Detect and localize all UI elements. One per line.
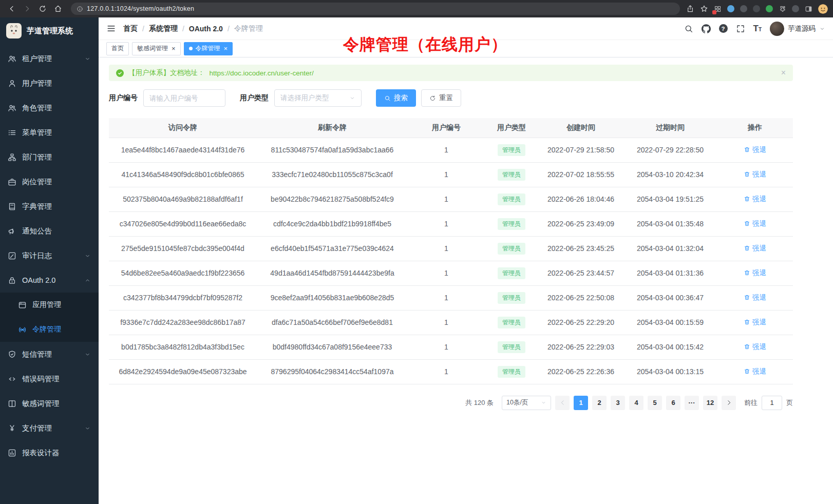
sidebar-item[interactable]: 错误码管理: [0, 366, 99, 391]
browser-refresh-button[interactable]: [36, 2, 49, 15]
browser-forward-button[interactable]: [21, 2, 34, 15]
sidebar-item[interactable]: 菜单管理: [0, 120, 99, 145]
user-type-badge: 管理员: [498, 292, 525, 304]
breadcrumb-item[interactable]: 首页: [123, 24, 138, 33]
sidebar-item[interactable]: 通知公告: [0, 219, 99, 243]
shield-icon: [8, 350, 16, 359]
page-size-select[interactable]: 10条/页: [502, 396, 551, 410]
force-logout-button[interactable]: 强退: [744, 268, 766, 278]
force-logout-button[interactable]: 强退: [744, 195, 766, 204]
url-bar[interactable]: 127.0.0.1:1024/system/oauth2/token: [71, 3, 680, 15]
force-logout-button[interactable]: 强退: [744, 293, 766, 302]
search-button[interactable]: [684, 24, 693, 33]
sidebar-item[interactable]: 字典管理: [0, 194, 99, 219]
sidebar-item[interactable]: 岗位管理: [0, 169, 99, 194]
sidebar-item[interactable]: 短信管理: [0, 342, 99, 366]
sidebar-item[interactable]: 报表设计器: [0, 440, 99, 465]
bookmark-star-icon[interactable]: [700, 5, 708, 13]
browser-profile-avatar[interactable]: [818, 4, 828, 14]
font-size-button[interactable]: TT: [753, 24, 762, 33]
sidebar-item-label: 菜单管理: [22, 128, 52, 138]
user-menu[interactable]: 芋道源码: [770, 22, 825, 36]
tab-label: 敏感词管理: [137, 44, 168, 53]
sidebar-item[interactable]: 审计日志: [0, 243, 99, 268]
split-view-button[interactable]: [805, 5, 812, 13]
cell-access-token: 54d6be82ee5a460a9aedc1f9bf223656: [109, 261, 257, 285]
trash-icon: [744, 368, 750, 375]
github-button[interactable]: [702, 24, 711, 33]
browser-home-button[interactable]: [51, 2, 65, 15]
extensions-puzzle-button[interactable]: [779, 5, 786, 13]
pagination-page-button[interactable]: 12: [703, 396, 717, 410]
pagination-page-button[interactable]: 4: [629, 396, 643, 410]
cell-expire-time: 2054-03-04 01:32:04: [623, 236, 717, 261]
user-type-select[interactable]: 请选择用户类型: [274, 89, 362, 107]
pagination-page-button[interactable]: 1: [574, 396, 588, 410]
page-tab[interactable]: 敏感词管理×: [132, 42, 181, 55]
breadcrumb-item[interactable]: OAuth 2.0: [189, 25, 223, 33]
force-logout-button[interactable]: 强退: [744, 170, 766, 179]
extension-grid-button[interactable]: [714, 5, 722, 13]
search-submit-button[interactable]: 搜索: [376, 89, 416, 107]
goto-page-input[interactable]: [762, 396, 782, 410]
pagination-page-button[interactable]: 6: [666, 396, 680, 410]
pagination-more-button[interactable]: ···: [685, 396, 699, 410]
cell-actions: 强退: [717, 138, 793, 162]
trash-icon: [744, 196, 750, 202]
cell-access-token: 275e5de9151045fe87cbdc395e004f4d: [109, 236, 257, 261]
user-type-label: 用户类型: [240, 93, 269, 103]
force-logout-button[interactable]: 强退: [744, 367, 766, 376]
prev-page-button[interactable]: [555, 396, 570, 410]
alert-doc-link[interactable]: https://doc.iocoder.cn/user-center/: [210, 69, 314, 77]
extension-paw-icon[interactable]: [792, 5, 799, 12]
trash-icon: [744, 245, 750, 251]
sidebar-item[interactable]: 支付管理: [0, 416, 99, 440]
sidebar-subitem[interactable]: 应用管理: [0, 293, 99, 317]
pagination-page-button[interactable]: 5: [648, 396, 662, 410]
page-tab[interactable]: 令牌管理×: [184, 42, 233, 55]
reset-button[interactable]: 重置: [421, 89, 461, 107]
next-page-button[interactable]: [722, 396, 736, 410]
help-button[interactable]: ?: [719, 24, 728, 33]
extension-blue-icon[interactable]: [727, 5, 734, 12]
sidebar-item[interactable]: 角色管理: [0, 95, 99, 120]
cell-created-time: 2022-06-25 23:45:25: [538, 236, 623, 261]
pagination-page-button[interactable]: 3: [611, 396, 625, 410]
sidebar-item-label: 短信管理: [22, 350, 52, 359]
user-id-input[interactable]: [143, 89, 225, 107]
browser-back-button[interactable]: [5, 2, 18, 15]
collapse-sidebar-icon[interactable]: [106, 24, 116, 33]
share-icon[interactable]: [686, 5, 694, 13]
cell-user-id: 1: [408, 211, 485, 236]
pagination-page-button[interactable]: 2: [592, 396, 607, 410]
close-icon[interactable]: ×: [781, 69, 786, 77]
force-logout-button[interactable]: 强退: [744, 145, 766, 154]
extension-green-icon[interactable]: [766, 5, 773, 12]
sidebar-item-label: 角色管理: [22, 103, 52, 113]
table-row: 1ea5e44f8bc1467aaede43144f31de76811c5304…: [109, 138, 793, 162]
app-logo[interactable]: 芋道管理系统: [0, 17, 99, 44]
cell-actions: 强退: [717, 261, 793, 285]
sidebar-item[interactable]: 用户管理: [0, 71, 99, 95]
page-tab[interactable]: 首页: [106, 42, 129, 55]
close-icon[interactable]: ×: [224, 45, 228, 52]
fullscreen-button[interactable]: [736, 24, 745, 33]
breadcrumb-item[interactable]: 系统管理: [149, 24, 178, 33]
sidebar-item[interactable]: OAuth 2.0: [0, 268, 99, 293]
force-logout-button[interactable]: 强退: [744, 318, 766, 327]
cell-created-time: 2022-06-25 22:29:03: [538, 335, 623, 359]
extension-dark-icon[interactable]: [740, 5, 747, 12]
force-logout-button[interactable]: 强退: [744, 244, 766, 253]
close-icon[interactable]: ×: [172, 45, 176, 52]
sidebar-item-label: 部门管理: [22, 152, 52, 162]
extension-dark2-icon[interactable]: [753, 5, 760, 12]
trash-icon: [744, 171, 750, 178]
sidebar-item[interactable]: 租户管理: [0, 46, 99, 71]
force-logout-button[interactable]: 强退: [744, 342, 766, 352]
sidebar-item[interactable]: 敏感词管理: [0, 391, 99, 416]
force-logout-button[interactable]: 强退: [744, 219, 766, 228]
site-info-icon[interactable]: [77, 6, 83, 12]
sidebar-subitem[interactable]: 令牌管理: [0, 317, 99, 342]
pagination: 共 120 条 10条/页 123456···12 前往 页: [109, 396, 793, 410]
sidebar-item[interactable]: 部门管理: [0, 145, 99, 169]
